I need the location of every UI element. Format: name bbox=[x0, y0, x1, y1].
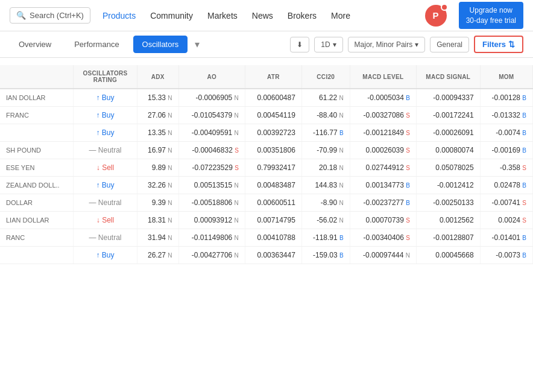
nav-markets[interactable]: Markets bbox=[207, 11, 238, 21]
cell-adx: 15.33 N bbox=[137, 89, 178, 107]
col-name bbox=[0, 65, 74, 89]
table-row: RANC — Neutral 31.94 N -0.01149806 N 0.0… bbox=[0, 229, 533, 247]
cell-name: RANC bbox=[0, 229, 74, 247]
cell-adx: 9.89 N bbox=[137, 159, 178, 177]
nav-news[interactable]: News bbox=[252, 11, 273, 21]
filters-label: Filters bbox=[482, 40, 506, 49]
cell-mom: -0.01332 B bbox=[480, 107, 532, 124]
filters-icon: ⇅ bbox=[508, 40, 515, 49]
signal-value: — Neutral bbox=[89, 198, 122, 207]
download-button[interactable]: ⬇ bbox=[290, 37, 309, 52]
cell-signal: — Neutral bbox=[74, 194, 137, 212]
col-ao[interactable]: AO bbox=[178, 65, 245, 89]
cell-mom: -0.0074 B bbox=[480, 124, 532, 142]
cell-ao: -0.0006905 N bbox=[178, 89, 245, 107]
cell-signal: — Neutral bbox=[74, 229, 137, 247]
signal-value: ↑ Buy bbox=[96, 93, 115, 102]
filters-button[interactable]: Filters ⇅ bbox=[474, 36, 523, 53]
cell-name: FRANC bbox=[0, 107, 74, 124]
cell-atr: 0.00483487 bbox=[245, 177, 301, 194]
cell-macds: 0.00045668 bbox=[416, 247, 480, 264]
cell-macdl: -0.00340406 S bbox=[350, 229, 416, 247]
cell-name: SH POUND bbox=[0, 142, 74, 159]
cell-name: ESE YEN bbox=[0, 159, 74, 177]
cell-ao: -0.00409591 N bbox=[178, 124, 245, 142]
cell-atr: 0.00454119 bbox=[245, 107, 301, 124]
cell-signal: ↓ Sell bbox=[74, 159, 137, 177]
cell-adx: 13.35 N bbox=[137, 124, 178, 142]
view-selector[interactable]: General bbox=[430, 37, 469, 52]
table-row: ESE YEN ↓ Sell 9.89 N -0.07223529 S 0.79… bbox=[0, 159, 533, 177]
signal-value: ↑ Buy bbox=[96, 251, 115, 259]
col-macd-signal[interactable]: MACD Signal bbox=[416, 65, 480, 89]
table-row: IAN DOLLAR ↑ Buy 15.33 N -0.0006905 N 0.… bbox=[0, 89, 533, 107]
cell-cci: -159.03 B bbox=[301, 247, 350, 264]
col-mom[interactable]: MOM bbox=[480, 65, 532, 89]
cell-macdl: 0.02744912 S bbox=[350, 159, 416, 177]
nav-products[interactable]: Products bbox=[102, 11, 136, 21]
signal-value: — Neutral bbox=[89, 146, 122, 154]
cell-atr: 0.00351806 bbox=[245, 142, 301, 159]
cell-signal: ↑ Buy bbox=[74, 107, 137, 124]
cell-macdl: -0.00097444 N bbox=[350, 247, 416, 264]
tab-dropdown-icon[interactable]: ▾ bbox=[192, 36, 202, 52]
cell-cci: -56.02 N bbox=[301, 212, 350, 229]
cell-atr: 0.79932417 bbox=[245, 159, 301, 177]
timeframe-selector[interactable]: 1D ▾ bbox=[314, 37, 342, 52]
cell-macds: -0.00250133 bbox=[416, 194, 480, 212]
table-row: FRANC ↑ Buy 27.06 N -0.01054379 N 0.0045… bbox=[0, 107, 533, 124]
cell-signal: ↓ Sell bbox=[74, 212, 137, 229]
cell-adx: 9.39 N bbox=[137, 194, 178, 212]
upgrade-button[interactable]: Upgrade now 30-day free trial bbox=[459, 2, 523, 30]
cell-adx: 31.94 N bbox=[137, 229, 178, 247]
cell-cci: -118.91 B bbox=[301, 229, 350, 247]
nav-more[interactable]: More bbox=[331, 11, 350, 21]
cell-atr: 0.00600511 bbox=[245, 194, 301, 212]
cell-signal: — Neutral bbox=[74, 142, 137, 159]
upgrade-line2: 30-day free trial bbox=[466, 16, 516, 25]
cell-cci: -8.90 N bbox=[301, 194, 350, 212]
cell-name bbox=[0, 124, 74, 142]
avatar[interactable]: P bbox=[425, 5, 447, 27]
cell-signal: ↑ Buy bbox=[74, 247, 137, 264]
cell-macdl: -0.00121849 S bbox=[350, 124, 416, 142]
cell-mom: -0.00741 S bbox=[480, 194, 532, 212]
timeframe-value: 1D bbox=[321, 40, 330, 49]
pair-filter-value: Major, Minor Pairs bbox=[355, 40, 413, 49]
nav-brokers[interactable]: Brokers bbox=[288, 11, 317, 21]
tab-overview[interactable]: Overview bbox=[10, 36, 60, 53]
cell-macdl: 0.00134773 B bbox=[350, 177, 416, 194]
cell-macdl: -0.00327086 S bbox=[350, 107, 416, 124]
cell-atr: 0.00600487 bbox=[245, 89, 301, 107]
signal-value: — Neutral bbox=[89, 233, 122, 242]
cell-macdl: 0.00026039 S bbox=[350, 142, 416, 159]
cell-signal: ↑ Buy bbox=[74, 177, 137, 194]
tab-oscillators[interactable]: Oscillators bbox=[133, 36, 188, 53]
signal-value: ↑ Buy bbox=[96, 111, 115, 119]
cell-macds: -0.0012412 bbox=[416, 177, 480, 194]
cell-macds: -0.00172241 bbox=[416, 107, 480, 124]
col-cci20[interactable]: CCI20 bbox=[301, 65, 350, 89]
tab-performance[interactable]: Performance bbox=[65, 36, 128, 53]
cell-adx: 27.06 N bbox=[137, 107, 178, 124]
table-row: LIAN DOLLAR ↓ Sell 18.31 N 0.00093912 N … bbox=[0, 212, 533, 229]
col-oscillators-rating[interactable]: OSCILLATORSRATING bbox=[74, 65, 137, 89]
table-header-row: OSCILLATORSRATING ADX AO ATR CCI20 MACD … bbox=[0, 65, 533, 89]
sub-nav: Overview Performance Oscillators ▾ ⬇ 1D … bbox=[0, 31, 533, 58]
nav-community[interactable]: Community bbox=[150, 11, 193, 21]
cell-ao: -0.00518806 N bbox=[178, 194, 245, 212]
cell-ao: -0.01149806 N bbox=[178, 229, 245, 247]
pair-filter-selector[interactable]: Major, Minor Pairs ▾ bbox=[348, 37, 426, 52]
col-adx[interactable]: ADX bbox=[137, 65, 178, 89]
cell-atr: 0.00363447 bbox=[245, 247, 301, 264]
search-box[interactable]: 🔍 Search (Ctrl+K) bbox=[10, 7, 90, 24]
search-label: Search (Ctrl+K) bbox=[30, 11, 84, 20]
cell-ao: -0.00427706 N bbox=[178, 247, 245, 264]
col-atr[interactable]: ATR bbox=[245, 65, 301, 89]
cell-atr: 0.00410788 bbox=[245, 229, 301, 247]
signal-value: ↓ Sell bbox=[96, 216, 114, 224]
cell-ao: 0.00093912 N bbox=[178, 212, 245, 229]
col-macd-level[interactable]: MACD Level bbox=[350, 65, 416, 89]
cell-macdl: -0.00237277 B bbox=[350, 194, 416, 212]
cell-mom: 0.0024 S bbox=[480, 212, 532, 229]
